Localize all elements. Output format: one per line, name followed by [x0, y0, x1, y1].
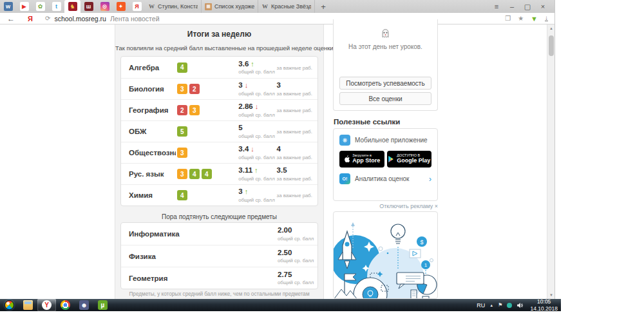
taskbar-explorer[interactable]: [19, 299, 37, 311]
grade-badges: 3: [176, 148, 239, 158]
grade-badge[interactable]: 4: [202, 169, 212, 179]
page-scrollbar[interactable]: ▲ ▼: [547, 24, 555, 299]
pinned-tab-youtube[interactable]: ▶: [16, 0, 32, 13]
tab-1[interactable]: ▦Список художественных пр: [202, 0, 258, 13]
yandex-icon: Я: [133, 2, 142, 11]
grade-badge[interactable]: 3: [189, 105, 200, 115]
weekly-title: Итоги за неделю: [115, 24, 323, 39]
trend-up-icon: ↑: [245, 187, 249, 195]
important-column: за важные раб.: [277, 107, 317, 113]
action-center-flag-icon[interactable]: ⚑: [498, 303, 502, 308]
table-row: Алгебра43.6↑общий ср. баллза важные раб.: [121, 57, 317, 78]
taskbar-chrome[interactable]: [56, 299, 75, 311]
avg-label: общий ср. балл: [238, 155, 276, 160]
app-store-badge[interactable]: Загрузите в App Store: [339, 151, 384, 168]
yandex-browser-icon: Y: [42, 300, 52, 310]
site-info-icon[interactable]: ⟳: [45, 15, 50, 22]
improve-title: Пора подтянуть следующие предметы: [115, 213, 323, 220]
promo-card[interactable]: $ 1: [333, 211, 438, 299]
grade-badge[interactable]: 5: [177, 126, 187, 137]
tab-title: Красные Звёзды — Википе: [271, 3, 311, 10]
table-row: География232.86↓общий ср. баллза важные …: [121, 99, 317, 120]
new-tab-button[interactable]: +: [315, 0, 332, 13]
subject-name: Информатика: [129, 230, 278, 238]
svg-text:1: 1: [424, 262, 428, 268]
avg-column: 5общий ср. балл: [238, 124, 276, 139]
avg-label: общий ср. балл: [278, 280, 311, 285]
taskbar-yandex-browser[interactable]: Y: [37, 299, 56, 311]
avg-value: 2.50: [278, 249, 311, 257]
menu-icon[interactable]: ≡: [489, 3, 504, 10]
scroll-down-icon[interactable]: ▼: [547, 293, 555, 297]
avg-column: 3.11↑общий ср. балл: [238, 166, 276, 181]
store-badges: Загрузите в App Store ДОСТУПНО В Google …: [339, 151, 431, 168]
all-grades-button[interactable]: Все оценки: [339, 92, 431, 105]
avg-label: общий ср. балл: [238, 133, 276, 139]
grade-badge[interactable]: 4: [189, 169, 200, 179]
subject-name: Биология: [121, 85, 176, 93]
tab-2[interactable]: WКрасные Звёзды — Википе: [258, 0, 315, 13]
browser-window: w▶✿t♞ш⊙✦Я WСтупин, Константин Вален▦Спис…: [0, 0, 555, 299]
pinned-tab-twitter[interactable]: t: [48, 0, 64, 13]
table-row: ОБЖ55общий ср. баллза важные раб.: [121, 120, 317, 142]
pinned-tab-mosreg-school[interactable]: ♞: [64, 0, 80, 13]
useful-links-card: ❋ Мобильное приложение Загрузите в App S…: [333, 128, 438, 201]
taskbar-clock[interactable]: 10:05 14.10.2018: [527, 298, 558, 311]
pinned-tab-orange-site[interactable]: ✦: [113, 0, 129, 13]
tray-expand-icon[interactable]: ▲: [489, 303, 493, 307]
subject-name: Геометрия: [129, 274, 278, 282]
grade-badge[interactable]: 4: [177, 62, 187, 73]
pinned-tab-vk[interactable]: w: [0, 0, 16, 13]
grade-badges: 5: [176, 126, 239, 137]
pinned-tab-yandex[interactable]: Я: [129, 0, 145, 13]
yandex-logo-icon[interactable]: Я: [22, 15, 39, 23]
pinned-tab-green-site[interactable]: ✿: [32, 0, 48, 13]
mobile-app-link[interactable]: ❋ Мобильное приложение: [339, 135, 431, 146]
minimize-button[interactable]: –: [504, 3, 520, 10]
google-play-badge[interactable]: ДОСТУПНО В Google Play: [387, 151, 432, 168]
pinned-tab-maroon-site[interactable]: ш: [80, 0, 97, 13]
avg-column: 3.6↑общий ср. балл: [238, 60, 276, 75]
back-icon[interactable]: ←: [0, 14, 22, 23]
grade-badge[interactable]: 4: [177, 190, 187, 200]
scroll-up-icon[interactable]: ▲: [547, 26, 555, 30]
network-status-icon[interactable]: [507, 303, 512, 308]
taskbar-start-button[interactable]: [0, 299, 19, 311]
pinned-tab-instagram[interactable]: ⊙: [97, 0, 113, 13]
grade-badge[interactable]: 2: [177, 105, 187, 115]
downloads-icon[interactable]: ▼: [531, 15, 538, 23]
no-lessons-icon: [380, 28, 391, 39]
mosreg-school-icon: ♞: [68, 2, 77, 11]
close-button[interactable]: ×: [535, 3, 551, 10]
copy-page-icon[interactable]: ❐: [505, 15, 511, 22]
grade-analytics-icon: О!: [339, 173, 350, 184]
feed-column: Итоги за неделю Так повлияли на средний …: [115, 24, 324, 299]
grade-badge[interactable]: 2: [189, 84, 200, 94]
grade-badge[interactable]: 3: [177, 84, 187, 94]
grade-analytics-link[interactable]: О! Аналитика оценок ›: [339, 173, 431, 184]
view-performance-button[interactable]: Посмотреть успеваемость: [339, 77, 431, 90]
speaker-icon[interactable]: [516, 302, 523, 309]
google-play-big-text: Google Play: [397, 158, 430, 164]
language-indicator[interactable]: RU: [477, 302, 485, 309]
grade-badge[interactable]: 3: [177, 169, 187, 179]
table-row: Информатика2.00общий ср. балл: [121, 223, 317, 245]
address-bar: ← Я ⟳ school.mosreg.ru Лента новостей ❐ …: [0, 13, 554, 24]
promo-illustration: $ 1: [334, 212, 437, 299]
tab-0[interactable]: WСтупин, Константин Вален: [145, 0, 202, 13]
avg-label: общий ср. балл: [278, 258, 311, 264]
disable-ads-link[interactable]: Отключить рекламу ×: [333, 203, 438, 209]
scrollbar-thumb[interactable]: [549, 35, 554, 56]
grade-badge[interactable]: 3: [177, 148, 187, 158]
window-controls: ≡ – ▢ ×: [489, 0, 554, 13]
avg-value: 2.86↓: [238, 102, 276, 111]
bookmark-star-icon[interactable]: ★: [518, 15, 524, 22]
table-row: Геометрия2.75общий ср. балл: [121, 267, 317, 289]
discord-icon: ☻: [79, 300, 89, 310]
avg-value: 5: [238, 124, 276, 132]
save-page-icon[interactable]: ↓: [545, 15, 548, 21]
subject-name: Физика: [129, 253, 278, 260]
taskbar-utorrent[interactable]: µ: [93, 299, 112, 311]
maximize-button[interactable]: ▢: [520, 3, 535, 11]
taskbar-discord[interactable]: ☻: [75, 299, 93, 311]
